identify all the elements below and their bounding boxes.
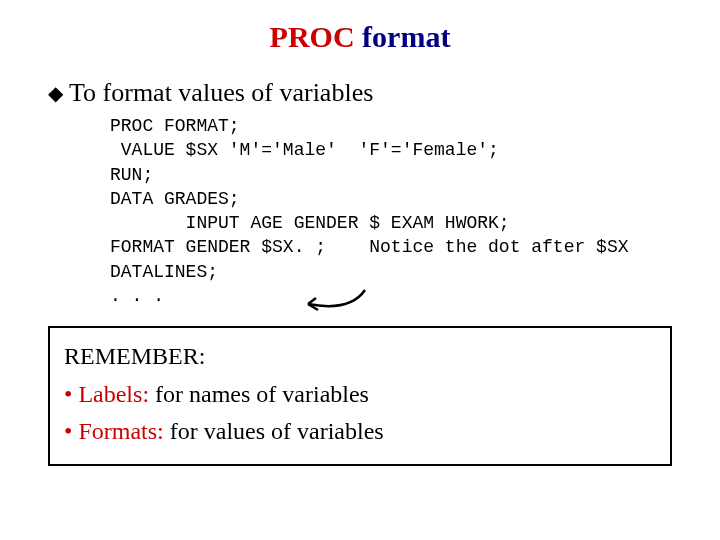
slide-title: PROC format [0,20,720,54]
formats-prefix: • Formats: [64,418,164,444]
labels-prefix: • Labels: [64,381,149,407]
code-line-8: . . . [110,286,164,306]
bullet-main: ◆ To format values of variables [48,78,720,108]
code-line-4: DATA GRADES; [110,189,240,209]
diamond-icon: ◆ [48,81,63,105]
code-line-3: RUN; [110,165,153,185]
bullet-text: To format values of variables [69,78,373,108]
remember-labels-line: • Labels: for names of variables [64,376,656,413]
remember-header: REMEMBER: [64,338,656,375]
code-line-6: FORMAT GENDER $SX. ; Notice the dot afte… [110,237,628,257]
arrow-swoop-icon [300,288,380,318]
code-block: PROC FORMAT; VALUE $SX 'M'='Male' 'F'='F… [110,114,720,308]
remember-box: REMEMBER: • Labels: for names of variabl… [48,326,672,466]
code-line-5: INPUT AGE GENDER $ EXAM HWORK; [110,213,510,233]
code-line-7: DATALINES; [110,262,218,282]
code-line-2: VALUE $SX 'M'='Male' 'F'='Female'; [110,140,499,160]
remember-formats-line: • Formats: for values of variables [64,413,656,450]
formats-rest: for values of variables [164,418,384,444]
labels-rest: for names of variables [149,381,369,407]
title-proc: PROC [270,20,355,53]
code-line-1: PROC FORMAT; [110,116,240,136]
title-format: format [355,20,451,53]
